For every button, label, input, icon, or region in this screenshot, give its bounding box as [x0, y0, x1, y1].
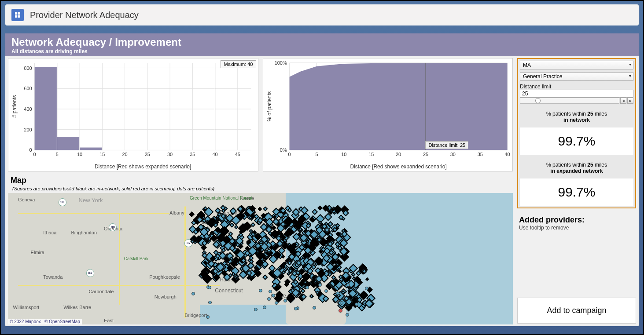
added-providers-title: Added providers:	[519, 215, 634, 225]
map-label: Green Mountain National Forest	[190, 196, 252, 200]
stat-in-network: % patients within 25 miles in network 99…	[520, 106, 633, 155]
svg-text:400: 400	[24, 106, 32, 112]
cumulative-limit-label: Distance limit: 25	[425, 141, 468, 149]
stat-caption-text: miles	[593, 111, 607, 117]
map-attrib-mapbox[interactable]: © 2022 Mapbox	[10, 319, 41, 324]
map-label: New York	[79, 197, 103, 204]
stat-caption-line2: in expanded network	[550, 168, 603, 174]
stat-caption-text: % patients within	[546, 111, 587, 117]
svg-text:40: 40	[504, 152, 510, 157]
map-title: Map	[11, 176, 510, 185]
map-label: Carbondale	[89, 289, 114, 294]
app-title: Provider Network Adequacy	[30, 10, 139, 20]
app-icon	[11, 9, 24, 21]
stat-caption-distance: 25	[587, 162, 593, 168]
map-attribution: © 2022 Mapbox © OpenStreetMap	[8, 319, 82, 324]
map-label: Greenfield	[220, 210, 243, 215]
map-label: Williamsport	[13, 305, 39, 310]
map-label: Rhode Island	[270, 293, 302, 299]
svg-text:20: 20	[122, 152, 128, 157]
svg-text:20: 20	[396, 152, 401, 157]
map-shield-84: 84	[240, 265, 248, 273]
svg-text:25: 25	[145, 152, 150, 157]
svg-text:35: 35	[190, 152, 195, 157]
map-attrib-osm[interactable]: © OpenStreetMap	[44, 319, 80, 324]
svg-text:0%: 0%	[280, 147, 287, 153]
svg-text:# patients: # patients	[11, 95, 18, 118]
map-label: Binghamton	[71, 230, 97, 235]
stat-caption-distance: 25	[587, 111, 593, 117]
svg-text:0: 0	[288, 152, 291, 157]
stat-caption-text: % patients within	[546, 162, 587, 168]
distance-limit-input[interactable]: 25	[520, 90, 633, 98]
map-subtitle: (Squares are providers [solid black are …	[12, 186, 510, 191]
svg-text:30: 30	[167, 152, 173, 157]
map-shield-87: 87	[184, 239, 192, 247]
added-providers: Added providers: Use tooltip to remove	[517, 215, 636, 231]
chart-histogram[interactable]: 0200400600800051015202530354045Distance …	[8, 58, 258, 171]
svg-text:15: 15	[368, 152, 374, 157]
dashboard-title: Network Adequacy / Improvement	[11, 36, 633, 48]
svg-text:10: 10	[341, 152, 346, 157]
dashboard-subtitle: All distances are driving miles	[11, 48, 633, 55]
slider-handle[interactable]	[535, 98, 541, 103]
svg-text:25: 25	[423, 152, 428, 157]
svg-text:Distance [Red shows expanded s: Distance [Red shows expanded scenario]	[95, 164, 191, 170]
svg-rect-32	[80, 148, 102, 150]
added-providers-hint: Use tooltip to remove	[519, 225, 634, 231]
svg-text:5: 5	[315, 152, 318, 157]
svg-rect-31	[57, 137, 79, 150]
svg-text:30: 30	[450, 152, 455, 157]
map-label: East	[104, 318, 114, 323]
map-label: Oneonta	[104, 226, 122, 231]
map-label: Ithaca	[43, 230, 56, 235]
add-to-campaign-button[interactable]: Add to campaign	[517, 298, 636, 324]
map-label: Albany	[169, 210, 184, 215]
specialty-dropdown[interactable]: General Practice	[520, 72, 633, 81]
map-label: Hartford	[220, 277, 238, 282]
svg-rect-30	[35, 67, 57, 150]
map-label: Pittsfield	[197, 219, 216, 225]
distance-limit-slider[interactable]	[520, 98, 619, 104]
svg-text:800: 800	[24, 66, 32, 71]
stat-caption-line2: in network	[563, 117, 590, 123]
slider-step-prev[interactable]: ◂	[620, 98, 626, 104]
map-label: Bridgeport	[184, 313, 207, 318]
stat-expanded: % patients within 25 miles in expanded n…	[520, 157, 633, 206]
svg-text:200: 200	[24, 127, 32, 132]
chart-cumulative[interactable]: 0%100%0510152025303540Distance [Red show…	[263, 58, 513, 171]
svg-text:15: 15	[99, 152, 105, 157]
map-shield-90: 90	[59, 198, 66, 206]
map-label: Catskill Park	[124, 256, 149, 261]
map-label: Towanda	[43, 274, 63, 280]
filter-panel: MA General Practice Distance limit 25 ◂ …	[517, 58, 636, 208]
stat-expanded-value: 99.7%	[520, 178, 633, 206]
map-label: Geneva	[18, 197, 35, 202]
slider-step-next[interactable]: ▸	[627, 98, 633, 104]
svg-text:600: 600	[24, 86, 32, 91]
svg-text:0: 0	[33, 152, 36, 157]
map-label: Wilkes-Barre	[63, 305, 91, 310]
map-shield-81: 81	[86, 269, 94, 277]
stat-in-network-value: 99.7%	[520, 127, 633, 155]
state-dropdown[interactable]: MA	[520, 61, 633, 69]
map-label: Elmira	[31, 250, 44, 255]
stat-caption-text: miles	[593, 162, 607, 168]
map-label: Newburgh	[155, 294, 177, 299]
titlebar: Provider Network Adequacy	[5, 4, 639, 25]
map-label: Poughkeepsie	[149, 274, 180, 280]
svg-text:45: 45	[235, 152, 240, 157]
map-viewport[interactable]: 81 88 84 87 90 Geneva Ithaca Elmira Towa…	[8, 193, 513, 324]
svg-text:% of patients: % of patients	[266, 91, 272, 122]
svg-text:5: 5	[56, 152, 59, 157]
svg-text:Distance [Red shows expanded s: Distance [Red shows expanded scenario]	[350, 164, 446, 170]
svg-text:0: 0	[29, 147, 32, 153]
distance-limit-label: Distance limit	[520, 84, 633, 90]
dashboard-banner: Network Adequacy / Improvement All dista…	[5, 33, 639, 56]
histogram-max-label: Maximum: 40	[221, 60, 256, 68]
svg-text:35: 35	[477, 152, 482, 157]
svg-text:10: 10	[77, 152, 82, 157]
svg-text:40: 40	[213, 152, 218, 157]
map-label: Connecticut	[215, 288, 243, 294]
svg-text:100%: 100%	[274, 60, 287, 66]
